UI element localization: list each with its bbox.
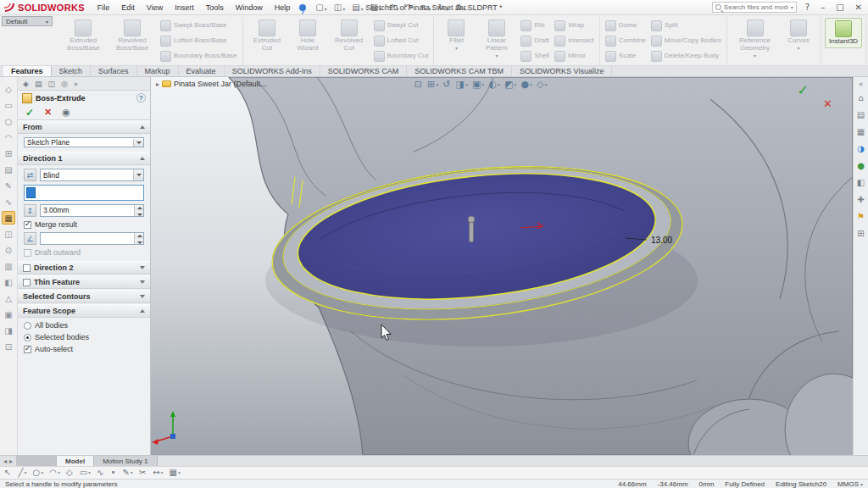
view-tool-button[interactable]: ⊡ [415, 80, 423, 89]
draft-outward-checkbox[interactable]: Draft outward [24, 248, 144, 257]
menu-item[interactable]: File [92, 2, 116, 14]
task-pane-tab-icon[interactable]: ✚ [855, 193, 867, 205]
search-input[interactable] [724, 3, 788, 11]
tool-icon[interactable]: ◫ [2, 227, 15, 241]
checkbox-icon[interactable] [24, 221, 31, 229]
units-selector[interactable]: MMGS ▾ [837, 480, 863, 488]
tool-icon[interactable]: ▭ [2, 98, 15, 112]
dropdown-arrow-icon[interactable] [133, 139, 143, 147]
ribbon-button[interactable]: Extruded Boss/Base [59, 18, 107, 54]
quick-tool-button[interactable]: ▢ ▾ [313, 3, 329, 13]
tool-icon[interactable]: ▣ [2, 308, 15, 321]
tool-icon[interactable]: ◇ [2, 82, 15, 96]
manager-tab-icon[interactable]: » [74, 80, 79, 88]
tool-icon[interactable]: ✎ [2, 179, 15, 192]
section-from-header[interactable]: From [18, 120, 150, 134]
ribbon-button[interactable]: Rib [519, 19, 551, 33]
command-tab[interactable]: SOLIDWORKS CAM TBM [407, 66, 512, 76]
ribbon-button[interactable]: Split [649, 19, 723, 33]
ribbon-button[interactable]: Extruded Cut [247, 18, 288, 54]
view-tool-button[interactable]: ◨ ▾ [455, 80, 467, 89]
sketch-tool-button[interactable]: ▦ ▾ [170, 469, 181, 477]
command-tab[interactable]: Evaluate [179, 66, 225, 76]
maximize-button[interactable]: □ [833, 3, 846, 12]
tool-icon[interactable]: ◠ [2, 130, 15, 144]
tool-icon[interactable]: ▤ [2, 163, 15, 176]
auto-select-checkbox[interactable]: Auto-select [24, 345, 144, 353]
document-tab[interactable] [16, 456, 57, 466]
ribbon-button[interactable]: Curves ▾ [780, 18, 817, 53]
draft-angle-value[interactable] [41, 233, 134, 244]
direction-reference-input[interactable] [24, 185, 144, 201]
quick-tool-button[interactable]: ▤ ▾ [349, 3, 365, 13]
tab-scroll-right-icon[interactable]: ▸ [9, 458, 13, 465]
manager-tab-icon[interactable]: ◎ [61, 80, 68, 88]
feature-scope-radio[interactable]: All bodies [24, 321, 144, 330]
view-tool-button[interactable]: ◩ ▾ [504, 80, 516, 89]
task-pane-tab-icon[interactable]: ▤ [855, 108, 867, 120]
section-thin-feature-header[interactable]: Thin Feature [18, 275, 150, 289]
help-button[interactable]: ? [803, 3, 812, 12]
view-tool-button[interactable]: ◐ ▾ [488, 80, 500, 89]
dimension-value[interactable]: 13.00 [651, 236, 672, 245]
view-tool-button[interactable]: ● ▾ [520, 80, 532, 89]
sketch-tool-button[interactable]: • [111, 469, 117, 477]
tab-scroll-left-icon[interactable]: ◂ [3, 458, 7, 465]
task-pane-tab-icon[interactable]: ◧ [855, 176, 867, 188]
ok-button[interactable]: ✓ [25, 107, 34, 119]
view-tool-button[interactable]: ▣ ▾ [472, 80, 484, 89]
sketch-tool-button[interactable]: ✎ ▾ [122, 469, 132, 477]
section-direction1-header[interactable]: Direction 1 [18, 152, 150, 165]
command-tab[interactable]: SOLIDWORKS Visualize [512, 66, 612, 76]
tool-icon[interactable]: ◨ [2, 324, 15, 337]
document-tab[interactable]: Motion Study 1 [94, 456, 157, 466]
ribbon-button[interactable]: Mirror [553, 49, 596, 64]
task-pane-collapse-icon[interactable]: « [859, 80, 864, 88]
manager-tab-icon[interactable]: ▤ [35, 80, 42, 88]
command-tab[interactable]: Sketch [52, 66, 92, 76]
menu-item[interactable]: Help [269, 2, 297, 14]
confirmation-ok-button[interactable]: ✓ [798, 82, 809, 98]
menu-item[interactable]: View [141, 2, 169, 14]
tool-icon[interactable]: ⊙ [2, 243, 15, 257]
part-name-label[interactable]: Pinata Sweet Jar (Default... [174, 80, 267, 88]
ribbon-button[interactable]: Dome [604, 19, 648, 33]
tool-icon[interactable]: ⊞ [2, 147, 15, 160]
menu-item[interactable]: Window [230, 2, 269, 14]
task-pane-tab-icon[interactable]: ⚑ [855, 210, 867, 222]
help-icon[interactable]: ? [136, 93, 146, 103]
task-pane-tab-icon[interactable]: ▦ [855, 125, 867, 137]
ribbon-button[interactable]: Draft [519, 34, 551, 48]
pin-icon[interactable] [299, 4, 306, 11]
merge-result-checkbox[interactable]: Merge result [24, 220, 144, 229]
sketch-tool-button[interactable]: ↖ [4, 469, 12, 477]
editing-status[interactable]: Editing Sketch20 [776, 480, 826, 488]
checkbox-icon[interactable] [24, 249, 31, 257]
search-box[interactable]: ▾ [712, 2, 797, 13]
ribbon-button[interactable]: Revolved Boss/Base [108, 18, 156, 54]
sketch-tool-button[interactable]: ✂ [139, 469, 147, 477]
tool-icon[interactable]: ○ [2, 114, 15, 128]
command-tab[interactable]: SOLIDWORKS Add-Ins [225, 66, 320, 76]
instant3d-button[interactable]: Instant3D [825, 18, 862, 48]
minimize-button[interactable]: – [818, 3, 827, 12]
configuration-dropdown[interactable]: Default ▾ [2, 16, 53, 26]
menu-item[interactable]: Edit [115, 2, 141, 14]
confirmation-cancel-button[interactable]: ✕ [823, 97, 832, 110]
command-tab[interactable]: SOLIDWORKS CAM [320, 66, 408, 76]
ribbon-button[interactable]: Wrap [553, 19, 596, 33]
spinner-arrows[interactable] [134, 205, 143, 216]
ribbon-button[interactable]: Intersect [553, 34, 596, 48]
command-tab[interactable]: Markup [137, 66, 179, 76]
view-tool-button[interactable]: ↺ [442, 80, 451, 89]
ribbon-button[interactable]: Lofted Boss/Base [159, 34, 239, 48]
tool-icon[interactable]: ▦ [2, 211, 15, 225]
draft-angle-spinner[interactable] [40, 232, 144, 245]
ribbon-button[interactable]: Shell [519, 49, 551, 64]
ribbon-button[interactable]: Boundary Boss/Base [159, 49, 239, 64]
sketch-tool-button[interactable]: ╱ ▾ [18, 469, 26, 477]
tool-icon[interactable]: ∿ [2, 195, 15, 208]
task-pane-tab-icon[interactable]: ● [855, 159, 867, 171]
manager-tab-icon[interactable]: ◫ [47, 80, 55, 88]
feature-scope-radio[interactable]: Selected bodies [24, 333, 144, 341]
